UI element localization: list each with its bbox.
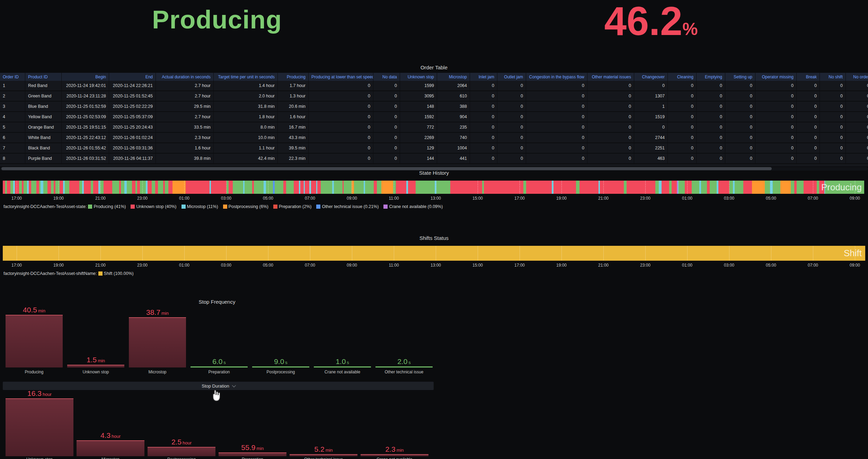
column-header[interactable]: Setting up bbox=[725, 73, 755, 81]
column-header[interactable]: Congestion in the bypass flow bbox=[526, 73, 587, 81]
table-cell: 0 bbox=[497, 122, 526, 132]
order-table-title[interactable]: Order Table bbox=[0, 64, 868, 70]
table-cell: 1.7 hour bbox=[278, 81, 309, 91]
bar-slot: 2.3min bbox=[361, 445, 428, 456]
table-cell: 740 bbox=[437, 132, 470, 143]
gridline bbox=[17, 181, 17, 194]
timeline-segment bbox=[51, 181, 53, 194]
column-header[interactable]: Inlet jam bbox=[470, 73, 497, 81]
column-header[interactable]: Unknown stop bbox=[400, 73, 437, 81]
column-header[interactable]: No data bbox=[373, 73, 400, 81]
bar-value-number: 2.3 bbox=[385, 445, 395, 453]
stop-frequency-title[interactable]: Stop Frequency bbox=[0, 299, 434, 305]
table-cell: 39.5 min bbox=[278, 143, 309, 153]
table-cell: 0 bbox=[846, 122, 868, 132]
state-history-title[interactable]: State History bbox=[0, 170, 868, 176]
table-cell: 2020-11-25 01:52:59 bbox=[62, 101, 109, 112]
table-cell: 1004 bbox=[437, 143, 470, 153]
timeline-segment bbox=[729, 181, 733, 194]
column-header[interactable]: Other material issues bbox=[587, 73, 634, 81]
axis-tick-label: 03:00 bbox=[724, 196, 734, 201]
column-header[interactable]: Cleaning bbox=[668, 73, 697, 81]
timeline-segment bbox=[36, 181, 39, 194]
column-header[interactable]: Operator missing bbox=[755, 73, 797, 81]
table-cell: 0 bbox=[587, 153, 634, 164]
bar bbox=[6, 398, 73, 456]
legend-item[interactable]: Other technical issue (0.21%) bbox=[316, 204, 379, 209]
table-cell: 0 bbox=[634, 81, 668, 91]
table-cell: 5 bbox=[0, 122, 25, 132]
bar-category-label: Preparation bbox=[191, 370, 248, 374]
timeline-segment bbox=[648, 181, 655, 194]
column-header[interactable]: Producing at lower than set speed bbox=[309, 73, 373, 81]
legend-label: Postprocessing (6%) bbox=[229, 204, 268, 209]
table-cell: 904 bbox=[437, 112, 470, 122]
table-cell: Yellow Band bbox=[25, 112, 62, 122]
table-cell: 0 bbox=[497, 112, 526, 122]
column-header[interactable]: Order ID bbox=[0, 73, 25, 81]
stop-frequency-chart: 40.5min1.5min38.7min6.0s9.0s1.0s2.0s bbox=[0, 305, 440, 367]
column-header[interactable]: End bbox=[109, 73, 156, 81]
table-cell: 0 bbox=[797, 101, 820, 112]
legend-item[interactable]: Preparation (2%) bbox=[273, 204, 312, 209]
timeline-segment bbox=[79, 181, 82, 194]
bar-value-unit: min bbox=[256, 446, 264, 451]
axis-tick-label: 01:00 bbox=[179, 196, 189, 201]
state-history-timeline: Producing bbox=[3, 181, 865, 194]
legend-item[interactable]: Postprocessing (6%) bbox=[223, 204, 268, 209]
bar-value-label: 9.0s bbox=[274, 357, 287, 366]
column-header[interactable]: Emptying bbox=[697, 73, 725, 81]
gridline bbox=[184, 181, 185, 194]
axis-tick-label: 23:00 bbox=[137, 196, 148, 201]
table-cell: 0 bbox=[820, 153, 846, 164]
column-header[interactable]: Changeover bbox=[634, 73, 668, 81]
column-header[interactable]: Producing bbox=[278, 73, 309, 81]
bar-value-number: 9.0 bbox=[274, 357, 284, 365]
bar-value-number: 16.3 bbox=[27, 389, 42, 397]
bar-value-number: 55.9 bbox=[241, 443, 256, 451]
table-cell: 0 bbox=[797, 143, 820, 153]
column-header[interactable]: Outlet jam bbox=[497, 73, 526, 81]
table-row: 2Green Band2020-11-24 23:11:282020-11-25… bbox=[0, 91, 868, 101]
legend-item[interactable]: Producing (41%) bbox=[88, 204, 126, 209]
gridline bbox=[687, 181, 688, 194]
timeline-segment bbox=[416, 181, 435, 194]
column-header[interactable]: Actual duration in seconds bbox=[156, 73, 214, 81]
table-cell: 3 bbox=[0, 101, 25, 112]
bar-value-label: 40.5min bbox=[23, 306, 45, 314]
legend-item[interactable]: Microstop (11%) bbox=[181, 204, 218, 209]
timeline-segment bbox=[377, 181, 381, 194]
legend-item[interactable]: Crane not available (0.09%) bbox=[383, 204, 443, 209]
column-header[interactable]: Product ID bbox=[25, 73, 62, 81]
axis-tick-label: 21:00 bbox=[598, 263, 609, 268]
column-header[interactable]: Begin bbox=[62, 73, 109, 81]
table-cell: 2 bbox=[0, 91, 25, 101]
bar-slot: 2.5hour bbox=[148, 438, 215, 456]
timeline-segment bbox=[381, 181, 393, 194]
gridline bbox=[59, 246, 59, 261]
gridline bbox=[352, 246, 352, 261]
column-header[interactable]: Microstop bbox=[437, 73, 470, 81]
timeline-segment bbox=[794, 181, 797, 194]
shifts-status-title[interactable]: Shifts Status bbox=[0, 235, 868, 241]
timeline-segment bbox=[132, 181, 135, 194]
availability-value: 46.2 bbox=[604, 0, 682, 44]
bar-category-label: Microstop bbox=[77, 457, 144, 459]
column-header[interactable]: No order bbox=[846, 73, 868, 81]
table-row: 3Blue Band2020-11-25 01:52:592020-11-25 … bbox=[0, 101, 868, 112]
column-header[interactable]: Target time per unit in seconds bbox=[214, 73, 278, 81]
table-cell: 2251 bbox=[634, 143, 668, 153]
table-cell: 0 bbox=[846, 101, 868, 112]
column-header[interactable]: Break bbox=[797, 73, 820, 81]
axis-tick-label: 23:00 bbox=[640, 263, 650, 268]
column-header[interactable]: No shift bbox=[820, 73, 846, 81]
bar-value-unit: s bbox=[285, 360, 287, 365]
table-cell: 0 bbox=[526, 122, 587, 132]
table-cell: 0 bbox=[309, 143, 373, 153]
legend-item[interactable]: Shift (100.00%) bbox=[98, 271, 134, 276]
legend-item[interactable]: Unknown stop (40%) bbox=[131, 204, 176, 209]
timeline-segment bbox=[780, 181, 791, 194]
bar-value-unit: s bbox=[347, 360, 349, 365]
table-cell: 1599 bbox=[400, 81, 437, 91]
axis-tick-label: 19:00 bbox=[556, 263, 567, 268]
